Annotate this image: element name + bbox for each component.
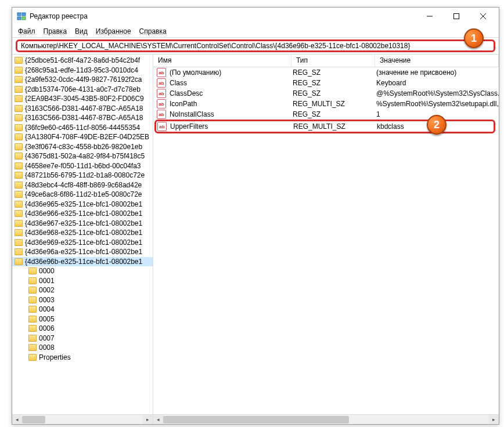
tree-subitem[interactable]: 0004 [12,305,153,314]
tree-item[interactable]: {2a9fe532-0cdc-44f9-9827-76192f2ca [12,75,153,85]
folder-icon [15,162,23,169]
tree-item[interactable]: {4d36e967-e325-11ce-bfc1-08002be1 [12,219,153,229]
col-header-name[interactable]: Имя [153,55,291,67]
value-row[interactable]: abClassDescREG_SZ@%SystemRoot%\System32\… [153,88,499,99]
folder-icon [28,287,37,294]
folder-icon [28,316,37,323]
values-header: Имя Тип Значение [153,55,499,67]
menu-favorites[interactable]: Избранное [92,27,136,36]
tree-subitem[interactable]: Properties [12,353,153,363]
folder-icon [15,201,23,208]
callout-badge-1: 1 [464,28,484,48]
tree-item[interactable]: {3e3f0674-c83c-4558-bb26-9820e1eb [12,142,153,152]
string-value-icon: ab [157,122,167,131]
folder-icon [28,335,37,342]
menu-edit[interactable]: Правка [40,27,72,36]
folder-icon [15,124,23,131]
menubar: Файл Правка Вид Избранное Справка [12,25,499,38]
value-row[interactable]: abClassREG_SZKeyboard [153,78,499,88]
svg-rect-5 [454,14,459,19]
tree-subitem[interactable]: 0003 [12,295,153,305]
tree-item[interactable]: {48721b56-6795-11d2-b1a8-0080c72e [12,171,153,180]
tree-hscrollbar[interactable]: ◂ ▸ [12,414,153,424]
tree-subitem[interactable]: 0000 [12,266,153,276]
tree-item[interactable]: {36fc9e60-c465-11cf-8056-44455354 [12,123,153,133]
tree-item[interactable]: {2db15374-706e-4131-a0c7-d7c78eb [12,85,153,95]
folder-icon [15,248,23,255]
tree-subitem[interactable]: 0008 [12,343,153,353]
menu-view[interactable]: Вид [71,27,92,36]
string-value-icon: ab [157,110,166,119]
values-body: ab(По умолчанию)REG_SZ(значение не присв… [153,67,499,414]
tree-item-selected[interactable]: {4d36e96b-e325-11ce-bfc1-08002be1 [12,257,153,267]
folder-icon [15,220,23,227]
address-input[interactable] [16,39,495,52]
content-area: {25dbce51-6c8f-4a72-8a6d-b54c2b4f {268c9… [12,54,499,424]
folder-icon [15,67,23,74]
tree-item[interactable]: {2EA9B43F-3045-43B5-80F2-FD06C9 [12,94,153,104]
tree-subitem[interactable]: 0005 [12,314,153,324]
values-hscrollbar[interactable]: ◂ ▸ [153,414,499,424]
tree-subitem[interactable]: 0001 [12,276,153,286]
values-panel[interactable]: Имя Тип Значение ab(По умолчанию)REG_SZ(… [153,55,499,424]
folder-icon [28,277,37,284]
tree-subitem[interactable]: 0007 [12,334,153,343]
titlebar: Редактор реестра [12,8,499,25]
tree-item[interactable]: {3A1380F4-708F-49DE-B2EF-04D25EB [12,132,153,142]
close-button[interactable] [470,8,496,25]
folder-icon [15,95,23,102]
svg-rect-2 [17,17,21,20]
scroll-track[interactable] [22,415,143,425]
string-value-icon: ab [157,99,166,108]
scroll-left-icon[interactable]: ◂ [12,415,22,425]
folder-icon [15,210,23,217]
tree-item[interactable]: {268c95a1-edfe-11d3-95c3-0010dc4 [12,66,153,75]
tree-item[interactable]: {43675d81-502a-4a82-9f84-b75f418c5 [12,151,153,161]
scroll-left-icon[interactable]: ◂ [153,415,163,425]
value-row[interactable]: abIconPathREG_MULTI_SZ%SystemRoot%\Syste… [153,99,499,109]
tree-panel[interactable]: {25dbce51-6c8f-4a72-8a6d-b54c2b4f {268c9… [12,55,153,424]
tree-item[interactable]: {4658ee7e-f050-11d1-b6bd-00c04fa3 [12,161,153,171]
string-value-icon: ab [157,68,166,77]
tree-item[interactable]: {48d3ebc4-4cf8-48ff-b869-9c68ad42e [12,180,153,190]
value-row[interactable]: ab(По умолчанию)REG_SZ(значение не присв… [153,67,499,78]
col-header-type[interactable]: Тип [291,55,375,67]
tree-item[interactable]: {4d36e965-e325-11ce-bfc1-08002be1 [12,200,153,209]
registry-editor-window: Редактор реестра Файл Правка Вид Избранн… [12,7,499,425]
svg-rect-0 [17,13,21,16]
scroll-track[interactable] [163,415,489,425]
tree-item[interactable]: {25dbce51-6c8f-4a72-8a6d-b54c2b4f [12,56,153,66]
scroll-right-icon[interactable]: ▸ [489,415,499,425]
tree-item[interactable]: {4d36e966-e325-11ce-bfc1-08002be1 [12,209,153,219]
folder-icon [15,172,23,179]
scroll-right-icon[interactable]: ▸ [143,415,153,425]
folder-icon [15,239,23,246]
tree-item[interactable]: {4d36e969-e325-11ce-bfc1-08002be1 [12,238,153,248]
tree-subitem[interactable]: 0002 [12,285,153,295]
window-title: Редактор реестра [30,12,416,20]
svg-rect-3 [22,17,26,20]
menu-help[interactable]: Справка [136,27,171,36]
scroll-thumb[interactable] [163,416,349,424]
string-value-icon: ab [157,78,166,88]
tree-body: {25dbce51-6c8f-4a72-8a6d-b54c2b4f {268c9… [12,55,153,414]
col-header-data[interactable]: Значение [375,55,499,67]
folder-icon [15,57,23,64]
value-row[interactable]: abNoInstallClassREG_SZ1 [153,109,499,120]
window-controls [416,8,496,25]
folder-icon [15,182,23,189]
folder-icon [28,267,37,274]
tree-item[interactable]: {4d36e968-e325-11ce-bfc1-08002be1 [12,228,153,238]
scroll-thumb[interactable] [22,416,45,424]
menu-file[interactable]: Файл [15,27,40,36]
folder-icon [28,344,37,351]
tree-item[interactable]: {4d36e96a-e325-11ce-bfc1-08002be1 [12,247,153,257]
tree-item[interactable]: {49ce6ac8-6f86-11d2-b1e5-0080c72e [12,190,153,200]
maximize-button[interactable] [443,8,470,25]
addressbar-container: 1 [12,38,499,54]
folder-icon [15,114,23,121]
tree-item[interactable]: {3163C566-D381-4467-87BC-A65A18 [12,104,153,114]
minimize-button[interactable] [416,8,443,25]
tree-item[interactable]: {3163C566-D381-4467-87BC-A65A18 [12,113,153,123]
tree-subitem[interactable]: 0006 [12,324,153,334]
